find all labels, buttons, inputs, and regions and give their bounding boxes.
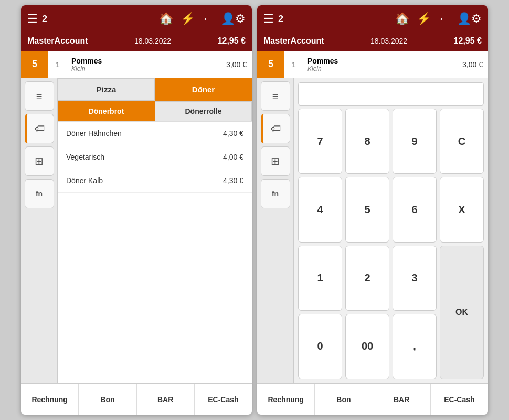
order-item-info: Pommes Klein (67, 51, 221, 78)
num-btn-7[interactable]: 7 (298, 109, 342, 174)
bon-btn-left[interactable]: Bon (79, 384, 136, 415)
account-name: MasterAccount (27, 36, 88, 46)
header-badge-right: 2 (278, 14, 283, 25)
bar-btn-right[interactable]: BAR (373, 384, 431, 415)
category-tabs: Pizza Döner (58, 78, 252, 101)
side-buttons-left: ≡ 🏷 ⊞ fn (21, 78, 58, 383)
header-badge: 2 (42, 14, 47, 25)
menu-item-2[interactable]: Döner Kalb 4,30 € (58, 169, 252, 193)
menu-item-0[interactable]: Döner Hähnchen 4,30 € (58, 122, 252, 145)
sub-cat-doenerrolle[interactable]: Dönerrolle (155, 101, 252, 121)
list-side-btn[interactable]: ≡ (25, 81, 54, 111)
total-display-right: 12,95 € (454, 36, 482, 46)
side-buttons-right: ≡ 🏷 ⊞ fn (257, 78, 294, 383)
header-icons-group: 🏠 ⚡ ← 👤⚙ (159, 12, 246, 26)
tag-icon-right: 🏷 (271, 123, 281, 135)
order-item-price-right: 3,00 € (457, 51, 488, 78)
order-row-right: 5 1 Pommes Klein 3,00 € (257, 51, 488, 78)
num-btn-6[interactable]: 6 (393, 177, 437, 242)
num-btn-4[interactable]: 4 (298, 177, 342, 242)
grid-side-btn-right[interactable]: ⊞ (261, 146, 290, 176)
order-item-price: 3,00 € (221, 51, 252, 78)
order-item-name: Pommes (71, 57, 217, 65)
numpad-area: 7 8 9 C 4 5 6 X 1 2 3 OK 0 00 , (294, 78, 488, 383)
bottom-nav-right: Rechnung Bon BAR EC-Cash (257, 383, 488, 415)
fn-label: fn (36, 190, 43, 198)
order-qty-orange-right: 5 (257, 51, 284, 78)
order-qty-num: 1 (48, 51, 67, 78)
rechnung-btn-left[interactable]: Rechnung (21, 384, 79, 415)
total-display: 12,95 € (218, 36, 246, 46)
num-btn-8[interactable]: 8 (345, 109, 389, 174)
grid-side-btn[interactable]: ⊞ (25, 146, 54, 176)
order-item-variant: Klein (71, 65, 217, 72)
ec-cash-btn-left[interactable]: EC-Cash (195, 384, 252, 415)
numpad-grid: 7 8 9 C 4 5 6 X 1 2 3 OK 0 00 , (298, 109, 484, 379)
ec-cash-btn-right[interactable]: EC-Cash (431, 384, 488, 415)
num-btn-c[interactable]: C (440, 109, 484, 174)
lightning-icon[interactable]: ⚡ (181, 12, 195, 26)
header-right: ☰ 2 🏠 ⚡ ← 👤⚙ (257, 5, 488, 33)
rechnung-btn-right[interactable]: Rechnung (257, 384, 315, 415)
header-menu-area-right: ☰ 2 (263, 12, 283, 26)
order-qty-num-right: 1 (284, 51, 303, 78)
tag-side-btn[interactable]: 🏷 (25, 114, 54, 143)
bon-btn-right[interactable]: Bon (315, 384, 373, 415)
right-panel: ☰ 2 🏠 ⚡ ← 👤⚙ MasterAccount 18.03.2022 12… (257, 5, 488, 415)
header-left: ☰ 2 🏠 ⚡ ← 👤⚙ (21, 5, 252, 33)
fn-side-btn-right[interactable]: fn (261, 179, 290, 208)
list-icon-right: ≡ (272, 90, 279, 102)
grid-icon: ⊞ (35, 155, 44, 167)
tag-icon: 🏷 (35, 123, 45, 135)
order-item-name-right: Pommes (307, 57, 453, 65)
bottom-nav-left: Rechnung Bon BAR EC-Cash (21, 383, 252, 415)
num-btn-comma[interactable]: , (393, 314, 437, 379)
num-btn-x[interactable]: X (440, 177, 484, 242)
content-area-right: ≡ 🏷 ⊞ fn 7 8 9 C 4 5 6 X (257, 78, 488, 383)
menu-icon[interactable]: ☰ (27, 12, 38, 26)
home-icon[interactable]: 🏠 (159, 12, 173, 26)
menu-icon-right[interactable]: ☰ (263, 12, 274, 26)
menu-item-1[interactable]: Vegetarisch 4,00 € (58, 145, 252, 169)
fn-side-btn[interactable]: fn (25, 179, 54, 208)
header-icons-group-right: 🏠 ⚡ ← 👤⚙ (395, 12, 482, 26)
user-settings-icon-right[interactable]: 👤⚙ (457, 12, 482, 26)
num-btn-9[interactable]: 9 (393, 109, 437, 174)
list-side-btn-right[interactable]: ≡ (261, 81, 290, 111)
info-bar-left: MasterAccount 18.03.2022 12,95 € (21, 33, 252, 51)
num-btn-2[interactable]: 2 (345, 246, 389, 311)
num-btn-ok[interactable]: OK (440, 246, 484, 380)
bar-btn-left[interactable]: BAR (137, 384, 195, 415)
sub-category-tabs: Dönerbrot Dönerrolle (58, 101, 252, 122)
info-bar-right: MasterAccount 18.03.2022 12,95 € (257, 33, 488, 51)
home-icon-right[interactable]: 🏠 (395, 12, 409, 26)
back-icon-right[interactable]: ← (438, 12, 450, 26)
numpad-display[interactable] (298, 82, 484, 106)
date-display: 18.03.2022 (134, 37, 171, 45)
num-btn-00[interactable]: 00 (345, 314, 389, 379)
content-area-left: ≡ 🏷 ⊞ fn Pizza Döner Dönerbrot Dönerroll… (21, 78, 252, 383)
lightning-icon-right[interactable]: ⚡ (417, 12, 431, 26)
fn-label-right: fn (272, 190, 279, 198)
account-name-right: MasterAccount (263, 36, 324, 46)
num-btn-5[interactable]: 5 (345, 177, 389, 242)
order-qty-orange: 5 (21, 51, 48, 78)
num-btn-1[interactable]: 1 (298, 246, 342, 311)
sub-cat-doenerbrot[interactable]: Dönerbrot (58, 101, 155, 121)
order-item-info-right: Pommes Klein (303, 51, 457, 78)
order-row: 5 1 Pommes Klein 3,00 € (21, 51, 252, 78)
header-menu-area: ☰ 2 (27, 12, 47, 26)
menu-area-left: Pizza Döner Dönerbrot Dönerrolle Döner H… (58, 78, 252, 383)
tag-side-btn-right[interactable]: 🏷 (261, 114, 290, 143)
num-btn-3[interactable]: 3 (393, 246, 437, 311)
cat-tab-pizza[interactable]: Pizza (58, 78, 155, 101)
menu-items-list: Döner Hähnchen 4,30 € Vegetarisch 4,00 €… (58, 122, 252, 383)
back-icon[interactable]: ← (202, 12, 214, 26)
list-icon: ≡ (36, 90, 43, 102)
grid-icon-right: ⊞ (271, 155, 280, 167)
cat-tab-doener[interactable]: Döner (155, 78, 252, 101)
user-settings-icon[interactable]: 👤⚙ (221, 12, 246, 26)
num-btn-0[interactable]: 0 (298, 314, 342, 379)
left-panel: ☰ 2 🏠 ⚡ ← 👤⚙ MasterAccount 18.03.2022 12… (21, 5, 252, 415)
order-item-variant-right: Klein (307, 65, 453, 72)
